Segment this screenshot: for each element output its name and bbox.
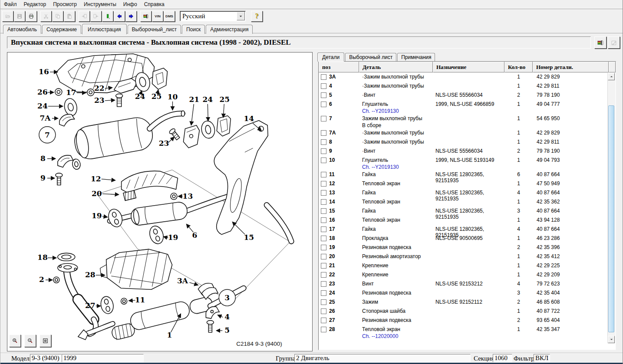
print-button[interactable] bbox=[26, 11, 37, 22]
vertical-scrollbar[interactable] bbox=[607, 73, 615, 343]
table-row[interactable]: 19Резиновая подвеска242 35 396 bbox=[319, 243, 609, 252]
diagram-callout-5[interactable]: 5 bbox=[224, 326, 230, 334]
diagram-callout-7A[interactable]: 7A bbox=[40, 114, 51, 122]
diagram-callout-19[interactable]: 19 bbox=[168, 233, 178, 242]
import-page-button[interactable] bbox=[79, 11, 90, 22]
row-checkbox[interactable] bbox=[321, 181, 326, 187]
vin-button[interactable]: VIN bbox=[152, 11, 163, 22]
diagram-callout-3A[interactable]: 3A bbox=[177, 276, 188, 285]
table-row[interactable]: 9·ВинтNLS-USE 55566034279 78 190 bbox=[319, 147, 609, 156]
diagram-callout-6[interactable]: 6 bbox=[192, 231, 197, 239]
dms-button[interactable]: DMS bbox=[164, 11, 175, 22]
save-button[interactable] bbox=[14, 11, 25, 22]
table-row[interactable]: 7A·Зажим выхлопной трубы142 29 829 bbox=[319, 128, 609, 138]
row-checkbox[interactable] bbox=[321, 172, 326, 177]
diagram-panel[interactable]: 162617222324251021242514247A723891220131… bbox=[7, 52, 313, 351]
table-row[interactable]: 3A·Зажим выхлопной трубы142 29 829 bbox=[319, 72, 609, 82]
diagram-callout-25[interactable]: 25 bbox=[152, 92, 162, 101]
zoom-fit-button[interactable] bbox=[40, 334, 51, 347]
paste-button[interactable] bbox=[64, 11, 75, 22]
row-checkbox[interactable] bbox=[321, 116, 326, 121]
edit-note-button[interactable] bbox=[608, 36, 620, 49]
diagram-callout-7[interactable]: 7 bbox=[45, 131, 50, 139]
arrow-left-button[interactable] bbox=[114, 11, 125, 22]
tab-поиск[interactable]: Поиск bbox=[182, 25, 205, 34]
diagram-callout-17[interactable]: 17 bbox=[66, 88, 76, 97]
combo-dropdown-button[interactable] bbox=[237, 12, 245, 20]
diagram-callout-21[interactable]: 21 bbox=[189, 95, 200, 104]
tab-администрация[interactable]: Администрация bbox=[206, 25, 253, 34]
row-checkbox[interactable] bbox=[321, 74, 326, 80]
menu-редактор[interactable]: Редактор bbox=[20, 0, 50, 8]
row-checkbox[interactable] bbox=[321, 290, 326, 296]
export-page-button[interactable] bbox=[90, 11, 102, 22]
diagram-callout-26[interactable]: 26 bbox=[37, 88, 48, 96]
table-row[interactable]: 12Тепловой экран147 50 949 bbox=[319, 179, 609, 188]
tab-содержание[interactable]: Содержание bbox=[42, 25, 81, 34]
table-row[interactable]: 14Тепловой экран142 35 362 bbox=[319, 197, 609, 207]
diagram-callout-2[interactable]: 2 bbox=[39, 275, 44, 284]
diagram-callout-27[interactable]: 27 bbox=[85, 301, 96, 310]
language-select[interactable]: Русский bbox=[180, 11, 246, 21]
diagram-callout-23[interactable]: 23 bbox=[94, 96, 105, 105]
chassis-link[interactable]: Ch. --12020000 bbox=[362, 333, 398, 339]
table-row[interactable]: 8·Зажим выхлопной трубы142 29 811 bbox=[319, 138, 609, 147]
table-row[interactable]: 4·Зажим выхлопной трубы142 29 811 bbox=[319, 82, 609, 91]
help-button[interactable]: ? bbox=[251, 11, 263, 22]
diagram-callout-22[interactable]: 22 bbox=[94, 84, 105, 92]
diagram-callout-24[interactable]: 24 bbox=[135, 92, 145, 101]
table-row[interactable]: 25ЗажимNLS-USE 92152112246 85 608 bbox=[319, 298, 609, 307]
parts-tab-детали[interactable]: Детали bbox=[317, 52, 344, 62]
table-row[interactable]: 13ГайкаNLS-USE 12802365, 92151935440 87 … bbox=[319, 188, 609, 197]
diagram-callout-14[interactable]: 14 bbox=[244, 114, 254, 123]
diagram-callout-20[interactable]: 20 bbox=[92, 189, 102, 198]
chassis-link[interactable]: Ch. --Y2019130 bbox=[362, 164, 399, 170]
row-checkbox[interactable] bbox=[321, 226, 326, 232]
table-row[interactable]: 18ПрокладкаNLS-USE 90500695146 23 286 bbox=[319, 234, 609, 243]
diagram-callout-15[interactable]: 15 bbox=[244, 233, 254, 242]
menu-инфо[interactable]: Инфо bbox=[120, 0, 141, 8]
diagram-callout-24[interactable]: 24 bbox=[203, 95, 213, 104]
column-header[interactable]: Номер детали. bbox=[533, 62, 609, 72]
row-checkbox[interactable] bbox=[321, 263, 326, 269]
arrow-right-button[interactable] bbox=[125, 11, 137, 22]
column-header[interactable]: Деталь bbox=[359, 62, 433, 72]
row-checkbox[interactable] bbox=[321, 148, 326, 154]
diagram-callout-13[interactable]: 13 bbox=[183, 192, 193, 200]
table-row[interactable]: 16Тепловой экран143 94 128 bbox=[319, 216, 609, 225]
row-checkbox[interactable] bbox=[321, 327, 326, 332]
diagram-callout-18[interactable]: 18 bbox=[37, 253, 48, 262]
diagram-callout-19[interactable]: 19 bbox=[92, 211, 102, 220]
diagram-callout-1[interactable]: 1 bbox=[167, 331, 172, 339]
row-checkbox[interactable] bbox=[321, 199, 326, 205]
menu-просмотр[interactable]: Просмотр bbox=[49, 0, 80, 8]
column-header-filler[interactable] bbox=[609, 62, 616, 72]
table-row[interactable]: 22Крепление142 29 209 bbox=[319, 270, 609, 279]
column-header[interactable]: Кол-во bbox=[504, 62, 533, 72]
table-row[interactable]: 7Зажим выхлопной трубыВ сборе154 65 950 bbox=[319, 114, 609, 128]
diagram-callout-8[interactable]: 8 bbox=[40, 154, 46, 163]
diagram-callout-28[interactable]: 28 bbox=[85, 270, 96, 279]
table-row[interactable]: 26Стопорная шайба140 87 722 bbox=[319, 307, 609, 316]
row-checkbox[interactable] bbox=[321, 83, 326, 89]
bookmark-button[interactable] bbox=[102, 11, 113, 22]
diagram-callout-10[interactable]: 10 bbox=[168, 92, 178, 101]
row-checkbox[interactable] bbox=[321, 299, 326, 305]
diagram-callout-3[interactable]: 3 bbox=[224, 293, 230, 302]
row-checkbox[interactable] bbox=[321, 281, 326, 287]
row-checkbox[interactable] bbox=[321, 157, 326, 163]
row-checkbox[interactable] bbox=[321, 217, 326, 223]
table-row[interactable]: 20Резиновый амортизатор142 35 412 bbox=[319, 252, 609, 261]
scroll-up-button[interactable] bbox=[608, 73, 615, 80]
tab-автомобиль[interactable]: Автомобиль bbox=[3, 25, 41, 34]
zoom-out-button[interactable] bbox=[24, 334, 36, 347]
row-checkbox[interactable] bbox=[321, 92, 326, 98]
column-header[interactable]: поз bbox=[319, 62, 359, 72]
diagram-callout-16[interactable]: 16 bbox=[39, 67, 49, 76]
diagram-callout-24[interactable]: 24 bbox=[37, 102, 48, 110]
row-checkbox[interactable] bbox=[321, 254, 326, 259]
row-checkbox[interactable] bbox=[321, 272, 326, 278]
scroll-down-button[interactable] bbox=[608, 336, 615, 343]
parts-catalog-button[interactable] bbox=[140, 11, 152, 22]
copy-button[interactable] bbox=[52, 11, 63, 22]
